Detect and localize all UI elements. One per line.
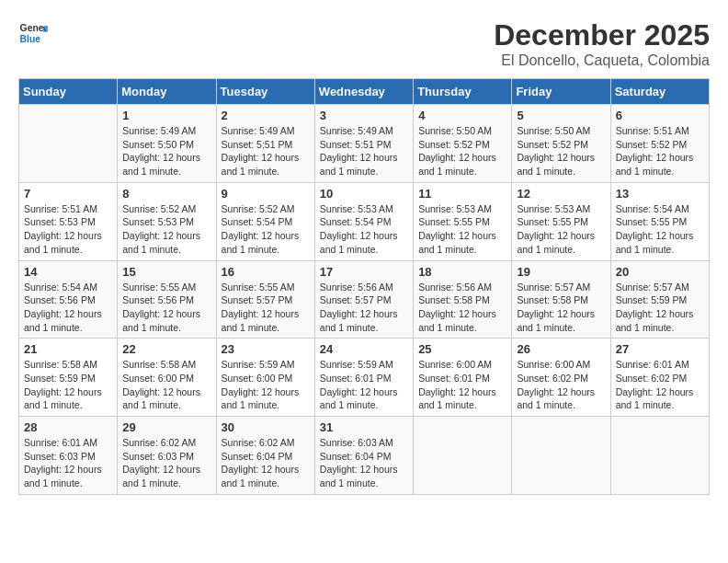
day-number: 11 xyxy=(418,187,506,201)
day-info: Sunrise: 5:57 AM Sunset: 5:59 PM Dayligh… xyxy=(616,281,704,335)
day-header-friday: Friday xyxy=(512,79,610,105)
logo-icon: General Blue xyxy=(18,18,48,48)
calendar-day: 26Sunrise: 6:00 AM Sunset: 6:02 PM Dayli… xyxy=(512,339,610,417)
day-info: Sunrise: 5:49 AM Sunset: 5:51 PM Dayligh… xyxy=(222,124,310,178)
calendar-day: 17Sunrise: 5:56 AM Sunset: 5:57 PM Dayli… xyxy=(314,260,413,339)
day-number: 4 xyxy=(418,109,506,122)
day-info: Sunrise: 5:56 AM Sunset: 5:57 PM Dayligh… xyxy=(320,281,408,335)
calendar-day: 21Sunrise: 5:58 AM Sunset: 5:59 PM Dayli… xyxy=(19,339,118,417)
calendar-day: 23Sunrise: 5:59 AM Sunset: 6:00 PM Dayli… xyxy=(216,339,314,417)
calendar-day: 9Sunrise: 5:52 AM Sunset: 5:54 PM Daylig… xyxy=(216,182,314,260)
day-info: Sunrise: 5:55 AM Sunset: 5:56 PM Dayligh… xyxy=(122,281,210,335)
day-info: Sunrise: 5:58 AM Sunset: 5:59 PM Dayligh… xyxy=(24,358,112,412)
logo: General Blue xyxy=(18,18,48,48)
calendar-day xyxy=(414,417,512,495)
day-number: 20 xyxy=(616,265,704,279)
day-number: 12 xyxy=(517,187,605,201)
calendar-table: SundayMondayTuesdayWednesdayThursdayFrid… xyxy=(18,78,710,495)
day-info: Sunrise: 6:01 AM Sunset: 6:02 PM Dayligh… xyxy=(616,358,704,412)
day-number: 24 xyxy=(320,342,408,356)
day-header-sunday: Sunday xyxy=(19,79,118,105)
day-info: Sunrise: 5:57 AM Sunset: 5:58 PM Dayligh… xyxy=(517,281,605,335)
day-number: 27 xyxy=(616,342,704,356)
calendar-week-1: 1Sunrise: 5:49 AM Sunset: 5:50 PM Daylig… xyxy=(19,105,710,183)
day-number: 2 xyxy=(222,109,310,122)
day-number: 17 xyxy=(320,265,408,279)
day-info: Sunrise: 5:52 AM Sunset: 5:54 PM Dayligh… xyxy=(222,202,310,257)
calendar-week-5: 28Sunrise: 6:01 AM Sunset: 6:03 PM Dayli… xyxy=(19,417,710,495)
day-info: Sunrise: 5:49 AM Sunset: 5:50 PM Dayligh… xyxy=(122,124,210,178)
calendar-day: 30Sunrise: 6:02 AM Sunset: 6:04 PM Dayli… xyxy=(216,417,314,495)
day-number: 21 xyxy=(24,342,112,356)
day-number: 10 xyxy=(320,187,408,201)
day-number: 14 xyxy=(24,265,112,279)
calendar-day: 29Sunrise: 6:02 AM Sunset: 6:03 PM Dayli… xyxy=(118,417,216,495)
calendar-day: 18Sunrise: 5:56 AM Sunset: 5:58 PM Dayli… xyxy=(414,260,512,339)
day-header-thursday: Thursday xyxy=(414,79,512,105)
calendar-day xyxy=(19,105,118,183)
day-number: 13 xyxy=(616,187,704,201)
day-info: Sunrise: 6:03 AM Sunset: 6:04 PM Dayligh… xyxy=(320,436,408,490)
day-info: Sunrise: 6:02 AM Sunset: 6:04 PM Dayligh… xyxy=(222,436,310,490)
day-number: 16 xyxy=(222,265,310,279)
day-number: 8 xyxy=(122,187,210,201)
day-number: 7 xyxy=(24,187,112,201)
day-number: 19 xyxy=(517,265,605,279)
calendar-day: 31Sunrise: 6:03 AM Sunset: 6:04 PM Dayli… xyxy=(314,417,413,495)
calendar-day xyxy=(512,417,610,495)
calendar-day: 15Sunrise: 5:55 AM Sunset: 5:56 PM Dayli… xyxy=(118,260,216,339)
day-info: Sunrise: 5:59 AM Sunset: 6:01 PM Dayligh… xyxy=(320,358,408,412)
day-info: Sunrise: 5:55 AM Sunset: 5:57 PM Dayligh… xyxy=(222,281,310,335)
day-header-monday: Monday xyxy=(118,79,216,105)
calendar-week-4: 21Sunrise: 5:58 AM Sunset: 5:59 PM Dayli… xyxy=(19,339,710,417)
calendar-day: 2Sunrise: 5:49 AM Sunset: 5:51 PM Daylig… xyxy=(216,105,314,183)
day-info: Sunrise: 5:49 AM Sunset: 5:51 PM Dayligh… xyxy=(320,124,408,178)
day-number: 1 xyxy=(122,109,210,122)
calendar-day: 28Sunrise: 6:01 AM Sunset: 6:03 PM Dayli… xyxy=(19,417,118,495)
calendar-day: 5Sunrise: 5:50 AM Sunset: 5:52 PM Daylig… xyxy=(512,105,610,183)
day-info: Sunrise: 5:51 AM Sunset: 5:52 PM Dayligh… xyxy=(616,124,704,178)
day-info: Sunrise: 6:00 AM Sunset: 6:02 PM Dayligh… xyxy=(517,358,605,412)
day-number: 29 xyxy=(122,420,210,434)
day-number: 31 xyxy=(320,420,408,434)
calendar-day: 24Sunrise: 5:59 AM Sunset: 6:01 PM Dayli… xyxy=(314,339,413,417)
day-info: Sunrise: 5:58 AM Sunset: 6:00 PM Dayligh… xyxy=(122,358,210,412)
calendar-day: 14Sunrise: 5:54 AM Sunset: 5:56 PM Dayli… xyxy=(19,260,118,339)
calendar-day: 25Sunrise: 6:00 AM Sunset: 6:01 PM Dayli… xyxy=(414,339,512,417)
day-number: 15 xyxy=(122,265,210,279)
calendar-day: 7Sunrise: 5:51 AM Sunset: 5:53 PM Daylig… xyxy=(19,182,118,260)
day-info: Sunrise: 5:53 AM Sunset: 5:55 PM Dayligh… xyxy=(517,202,605,257)
day-number: 5 xyxy=(517,109,605,122)
day-header-tuesday: Tuesday xyxy=(216,79,314,105)
day-header-saturday: Saturday xyxy=(610,79,709,105)
day-info: Sunrise: 5:54 AM Sunset: 5:55 PM Dayligh… xyxy=(616,202,704,257)
day-number: 9 xyxy=(222,187,310,201)
calendar-day: 27Sunrise: 6:01 AM Sunset: 6:02 PM Dayli… xyxy=(610,339,709,417)
month-title: December 2025 xyxy=(494,18,710,52)
svg-text:Blue: Blue xyxy=(20,34,41,44)
day-info: Sunrise: 5:51 AM Sunset: 5:53 PM Dayligh… xyxy=(24,202,112,257)
day-number: 6 xyxy=(616,109,704,122)
day-info: Sunrise: 5:54 AM Sunset: 5:56 PM Dayligh… xyxy=(24,281,112,335)
day-number: 18 xyxy=(418,265,506,279)
day-info: Sunrise: 5:59 AM Sunset: 6:00 PM Dayligh… xyxy=(222,358,310,412)
calendar-day: 11Sunrise: 5:53 AM Sunset: 5:55 PM Dayli… xyxy=(414,182,512,260)
calendar-day: 10Sunrise: 5:53 AM Sunset: 5:54 PM Dayli… xyxy=(314,182,413,260)
calendar-day: 22Sunrise: 5:58 AM Sunset: 6:00 PM Dayli… xyxy=(118,339,216,417)
calendar-day: 20Sunrise: 5:57 AM Sunset: 5:59 PM Dayli… xyxy=(610,260,709,339)
calendar-day: 6Sunrise: 5:51 AM Sunset: 5:52 PM Daylig… xyxy=(610,105,709,183)
day-info: Sunrise: 6:00 AM Sunset: 6:01 PM Dayligh… xyxy=(418,358,506,412)
calendar-day: 3Sunrise: 5:49 AM Sunset: 5:51 PM Daylig… xyxy=(314,105,413,183)
title-block: December 2025 El Doncello, Caqueta, Colo… xyxy=(494,18,710,69)
calendar-day: 19Sunrise: 5:57 AM Sunset: 5:58 PM Dayli… xyxy=(512,260,610,339)
day-info: Sunrise: 6:02 AM Sunset: 6:03 PM Dayligh… xyxy=(122,436,210,490)
day-number: 3 xyxy=(320,109,408,122)
day-info: Sunrise: 5:53 AM Sunset: 5:54 PM Dayligh… xyxy=(320,202,408,257)
calendar-week-3: 14Sunrise: 5:54 AM Sunset: 5:56 PM Dayli… xyxy=(19,260,710,339)
calendar-day: 16Sunrise: 5:55 AM Sunset: 5:57 PM Dayli… xyxy=(216,260,314,339)
day-number: 22 xyxy=(122,342,210,356)
calendar-day xyxy=(610,417,709,495)
day-header-wednesday: Wednesday xyxy=(314,79,413,105)
day-info: Sunrise: 5:50 AM Sunset: 5:52 PM Dayligh… xyxy=(517,124,605,178)
day-number: 25 xyxy=(418,342,506,356)
